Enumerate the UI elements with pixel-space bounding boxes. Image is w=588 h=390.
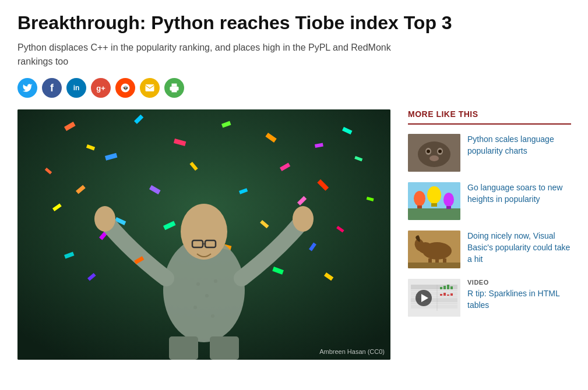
facebook-share-button[interactable]: f (42, 78, 62, 98)
print-share-button[interactable] (164, 78, 184, 98)
googleplus-icon: g+ (96, 84, 105, 93)
related-item-4[interactable]: VIDEO R tip: Sparklines in HTML tables (408, 279, 571, 317)
linkedin-share-button[interactable]: in (66, 78, 86, 98)
related-text-1: Python scales language popularity charts (467, 134, 571, 157)
related-text-3: Doing nicely now, Visual Basic's popular… (467, 231, 571, 265)
video-badge: VIDEO (467, 279, 571, 286)
content-area: Ambreen Hasan (CC0) MORE LIKE THIS (17, 109, 571, 360)
svg-rect-74 (408, 263, 460, 268)
svg-point-44 (193, 306, 197, 309)
svg-rect-3 (172, 89, 177, 93)
svg-rect-62 (417, 205, 422, 208)
related-thumb-1 (408, 134, 460, 172)
svg-point-53 (418, 141, 450, 167)
main-image: Ambreen Hasan (CC0) (17, 109, 390, 360)
svg-point-56 (427, 150, 430, 153)
related-title-4[interactable]: R tip: Sparklines in HTML tables (467, 288, 571, 311)
related-title-3[interactable]: Doing nicely now, Visual Basic's popular… (467, 231, 571, 265)
sidebar: MORE LIKE THIS Python scales language po… (408, 109, 571, 327)
svg-point-41 (196, 282, 200, 286)
svg-text:👽: 👽 (123, 86, 129, 91)
related-thumb-4 (408, 279, 460, 317)
svg-rect-47 (210, 336, 239, 360)
svg-rect-84 (440, 294, 442, 296)
svg-point-63 (427, 186, 441, 204)
related-title-2[interactable]: Go language soars to new heights in popu… (467, 182, 571, 205)
svg-rect-82 (447, 285, 449, 289)
play-button-icon (416, 290, 432, 306)
svg-rect-80 (440, 287, 442, 289)
svg-rect-64 (431, 203, 437, 207)
svg-rect-60 (408, 208, 460, 220)
related-item-1[interactable]: Python scales language popularity charts (408, 134, 571, 172)
svg-point-57 (438, 150, 442, 153)
related-thumb-2 (408, 182, 460, 220)
image-caption: Ambreen Hasan (CC0) (319, 348, 385, 355)
svg-point-61 (414, 191, 425, 206)
svg-point-43 (214, 279, 217, 283)
article-subtitle: Python displaces C++ in the popularity r… (17, 41, 402, 69)
svg-point-35 (181, 204, 227, 260)
related-text-4: VIDEO R tip: Sparklines in HTML tables (467, 279, 571, 311)
related-thumb-3 (408, 231, 460, 268)
related-title-1[interactable]: Python scales language popularity charts (467, 134, 571, 157)
twitter-share-button[interactable] (17, 78, 37, 98)
related-text-2: Go language soars to new heights in popu… (467, 182, 571, 205)
svg-point-39 (94, 206, 115, 232)
svg-point-40 (293, 206, 314, 232)
svg-rect-87 (450, 293, 453, 296)
svg-rect-85 (443, 293, 446, 296)
svg-rect-83 (450, 286, 453, 289)
social-share-bar: f in g+ 👽 (17, 78, 571, 98)
email-share-button[interactable] (140, 78, 160, 98)
svg-point-45 (211, 314, 214, 318)
svg-point-58 (429, 155, 439, 161)
linkedin-icon: in (73, 84, 80, 92)
svg-rect-46 (169, 336, 198, 360)
googleplus-share-button[interactable]: g+ (91, 78, 111, 98)
reddit-share-button[interactable]: 👽 (115, 78, 135, 98)
svg-rect-86 (447, 295, 449, 296)
more-like-this-heading: MORE LIKE THIS (408, 109, 571, 125)
related-item-3[interactable]: Doing nicely now, Visual Basic's popular… (408, 231, 571, 268)
svg-rect-81 (443, 286, 446, 289)
svg-point-65 (443, 193, 454, 207)
svg-rect-66 (446, 206, 451, 209)
main-image-container: Ambreen Hasan (CC0) (17, 109, 390, 360)
article-title: Breakthrough: Python reaches Tiobe index… (17, 12, 571, 34)
facebook-icon: f (50, 82, 54, 94)
related-item-2[interactable]: Go language soars to new heights in popu… (408, 182, 571, 220)
svg-point-42 (205, 294, 209, 297)
main-image-svg (17, 109, 390, 360)
